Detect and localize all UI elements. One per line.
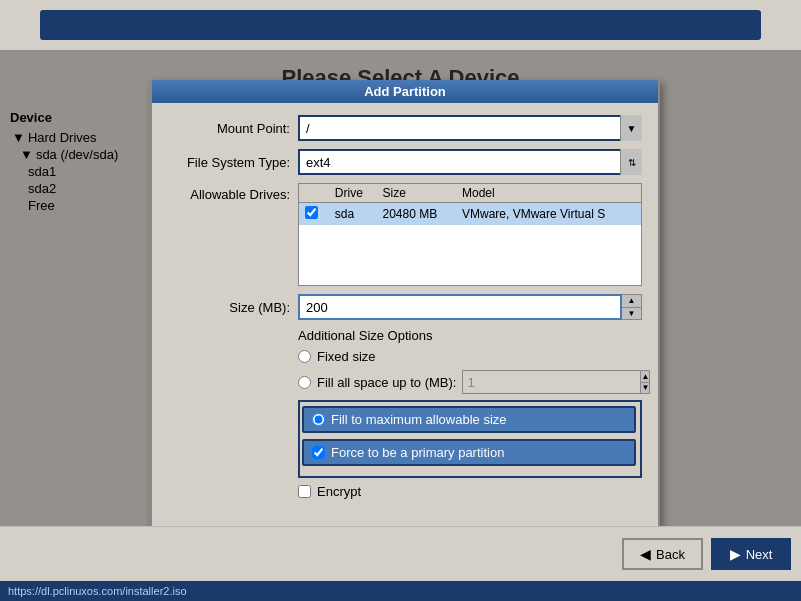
drives-table-wrap: Drive Size Model sda 20480 MB <box>298 183 642 286</box>
force-primary-checkbox[interactable] <box>312 446 325 459</box>
drives-row: Allowable Drives: Drive Size Model <box>168 183 642 286</box>
fill-all-spinbox-buttons: ▲ ▼ <box>641 370 650 394</box>
main-window: Please Select A Device Device ▼ Hard Dri… <box>0 50 801 601</box>
filesystem-row: File System Type: ext4 ⇅ <box>168 149 642 175</box>
fixed-size-radio[interactable] <box>298 350 311 363</box>
fill-max-label: Fill to maximum allowable size <box>331 412 507 427</box>
size-label: Size (MB): <box>168 300 298 315</box>
col-model: Model <box>456 184 641 203</box>
additional-size-options: Additional Size Options Fixed size Fill … <box>168 328 642 499</box>
status-url: https://dl.pclinuxos.com/installer2.iso <box>8 585 187 597</box>
drive-checkbox[interactable] <box>305 206 318 219</box>
row-drive: sda <box>329 203 377 226</box>
mount-point-select[interactable]: / <box>298 115 642 141</box>
encrypt-label: Encrypt <box>317 484 361 499</box>
back-button[interactable]: ◀ Back <box>622 538 703 570</box>
drives-label: Allowable Drives: <box>168 183 298 202</box>
fill-all-radio[interactable] <box>298 376 311 389</box>
bottom-nav: ◀ Back ▶ Next <box>0 526 801 581</box>
dialog-title: Add Partition <box>152 80 658 103</box>
selection-box: Fill to maximum allowable size Force to … <box>298 400 642 478</box>
row-model: VMware, VMware Virtual S <box>456 203 641 226</box>
size-decrement-button[interactable]: ▼ <box>622 308 641 320</box>
filesystem-wrap: ext4 ⇅ <box>298 149 642 175</box>
dialog-body: Mount Point: / ▼ File System Type: ext4 <box>152 103 658 519</box>
encrypt-checkbox[interactable] <box>298 485 311 498</box>
top-bar <box>40 10 761 40</box>
dialog-overlay: Add Partition Mount Point: / ▼ File Syst… <box>0 50 801 601</box>
drives-table: Drive Size Model sda 20480 MB <box>299 184 641 285</box>
size-spinbox: ▲ ▼ <box>298 294 642 320</box>
col-check <box>299 184 329 203</box>
size-spinbox-buttons: ▲ ▼ <box>622 294 642 320</box>
fill-all-input[interactable] <box>462 370 641 394</box>
fill-max-row: Fill to maximum allowable size <box>302 406 636 433</box>
filesystem-label: File System Type: <box>168 155 298 170</box>
col-size: Size <box>377 184 457 203</box>
mount-point-wrap: / ▼ <box>298 115 642 141</box>
mount-point-row: Mount Point: / ▼ <box>168 115 642 141</box>
next-button[interactable]: ▶ Next <box>711 538 791 570</box>
size-input[interactable] <box>298 294 622 320</box>
force-primary-row: Force to be a primary partition <box>302 439 636 466</box>
fill-all-label: Fill all space up to (MB): <box>317 375 456 390</box>
size-row: Size (MB): ▲ ▼ <box>168 294 642 320</box>
encrypt-row: Encrypt <box>298 484 642 499</box>
back-arrow-icon: ◀ <box>640 546 651 562</box>
add-partition-dialog: Add Partition Mount Point: / ▼ File Syst… <box>150 80 660 572</box>
fixed-size-row: Fixed size <box>298 349 642 364</box>
additional-size-title: Additional Size Options <box>298 328 642 343</box>
fixed-size-label: Fixed size <box>317 349 376 364</box>
fill-all-increment-button[interactable]: ▲ <box>641 371 649 383</box>
next-arrow-icon: ▶ <box>730 546 741 562</box>
status-bar: https://dl.pclinuxos.com/installer2.iso <box>0 581 801 601</box>
fill-all-row: Fill all space up to (MB): ▲ ▼ <box>298 370 642 394</box>
col-drive: Drive <box>329 184 377 203</box>
filesystem-select[interactable]: ext4 <box>298 149 642 175</box>
table-row: sda 20480 MB VMware, VMware Virtual S <box>299 203 641 226</box>
row-check-cell[interactable] <box>299 203 329 226</box>
force-primary-label: Force to be a primary partition <box>331 445 504 460</box>
row-size: 20480 MB <box>377 203 457 226</box>
fill-all-decrement-button[interactable]: ▼ <box>641 383 649 394</box>
fill-max-radio[interactable] <box>312 413 325 426</box>
size-increment-button[interactable]: ▲ <box>622 295 641 308</box>
mount-point-label: Mount Point: <box>168 121 298 136</box>
